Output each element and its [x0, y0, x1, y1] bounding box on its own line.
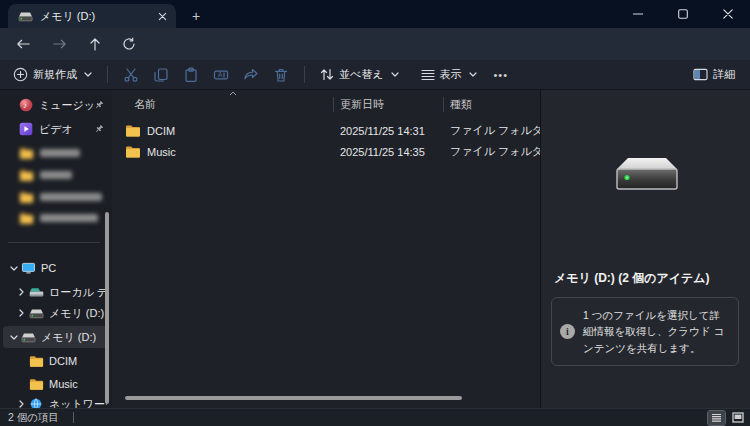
command-bar: 新規作成 A 並べ替え 表示 ••• 詳細 [0, 60, 750, 90]
pin-icon [94, 124, 104, 134]
folder-icon [18, 147, 34, 159]
details-view-icon[interactable] [708, 411, 725, 425]
sidebar-item-memory-drive-selected[interactable]: メモリ (D:) [3, 326, 107, 348]
sidebar-item-redacted[interactable] [3, 207, 107, 229]
more-options-icon[interactable]: ••• [484, 69, 519, 81]
column-headers: 名前 更新日時 種類 [112, 92, 540, 116]
redacted-label [40, 193, 102, 201]
drive-icon [20, 332, 36, 343]
horizontal-scrollbar[interactable] [125, 396, 462, 400]
title-bar: メモリ (D:) + [0, 0, 750, 28]
status-bar: 2 個の項目 [0, 408, 750, 426]
folder-icon [18, 191, 34, 203]
column-header-modified[interactable]: 更新日時 [340, 97, 384, 112]
paste-icon[interactable] [176, 63, 206, 87]
chevron-right-icon[interactable] [15, 400, 28, 408]
item-count: 2 個の項目 [8, 411, 59, 425]
cut-icon[interactable] [116, 63, 146, 87]
chevron-down-icon[interactable] [7, 266, 20, 271]
local-disk-icon [28, 286, 44, 298]
sidebar-item-label: ビデオ [39, 122, 94, 137]
sidebar-scrollbar[interactable] [105, 212, 109, 404]
sidebar-divider [8, 242, 100, 243]
sidebar-item-label: ネットワーク [49, 397, 107, 409]
new-button-label: 新規作成 [33, 67, 77, 82]
column-divider[interactable] [333, 97, 334, 112]
sidebar-item-label: PC [41, 262, 107, 274]
folder-icon [28, 378, 44, 390]
close-button[interactable] [705, 0, 750, 28]
details-title: メモリ (D:) (2 個のアイテム) [554, 270, 710, 287]
column-header-name[interactable]: 名前 [134, 97, 156, 112]
sidebar-item-local-disk[interactable]: ローカル ディスク [3, 281, 107, 303]
copy-icon[interactable] [146, 63, 176, 87]
sidebar-item-pc[interactable]: PC [3, 257, 107, 279]
folder-icon [18, 212, 34, 224]
navigation-pane: ♪ ミュージック ビデオ PC [0, 90, 112, 408]
sidebar-item-memory-drive[interactable]: メモリ (D:) [3, 302, 107, 324]
up-icon[interactable] [86, 35, 104, 53]
minimize-button[interactable] [615, 0, 660, 28]
svg-text:♪: ♪ [23, 101, 27, 110]
folder-icon [28, 355, 44, 367]
drive-icon [28, 308, 44, 319]
chevron-down-icon[interactable] [7, 335, 20, 340]
tab-title: メモリ (D:) [40, 9, 154, 24]
delete-icon[interactable] [266, 63, 296, 87]
view-button[interactable]: 表示 [414, 63, 484, 87]
info-icon: i [560, 324, 575, 339]
new-tab-button[interactable]: + [186, 6, 206, 26]
divider [304, 66, 305, 83]
sidebar-item-redacted[interactable] [3, 142, 107, 164]
details-pane-label: 詳細 [713, 67, 735, 82]
folder-icon [18, 169, 34, 181]
sidebar-item-redacted[interactable] [3, 164, 107, 186]
sidebar-item-label: ミュージック [39, 98, 94, 113]
sidebar-item-music-pinned[interactable]: ♪ ミュージック [3, 94, 107, 116]
sort-ascending-icon [229, 91, 237, 96]
back-icon[interactable] [14, 35, 32, 53]
file-type: ファイル フォルダー [450, 123, 554, 138]
details-pane-button[interactable]: 詳細 [686, 63, 742, 87]
divider [107, 66, 108, 83]
new-button[interactable]: 新規作成 [6, 63, 99, 87]
sidebar-item-videos-pinned[interactable]: ビデオ [3, 118, 107, 140]
column-divider[interactable] [443, 97, 444, 112]
status-divider [73, 412, 74, 423]
pc-icon [20, 262, 36, 275]
svg-text:A: A [218, 71, 223, 78]
maximize-button[interactable] [660, 0, 705, 28]
redacted-label [40, 149, 80, 157]
rename-icon[interactable]: A [206, 63, 236, 87]
file-type: ファイル フォルダー [450, 144, 554, 159]
chevron-right-icon[interactable] [15, 309, 28, 317]
network-icon [28, 398, 44, 408]
tab-close-icon[interactable] [154, 8, 170, 24]
drive-preview-icon [615, 156, 679, 192]
column-header-type[interactable]: 種類 [450, 97, 472, 112]
forward-icon[interactable] [50, 35, 68, 53]
file-row-dcim[interactable]: DCIM 2025/11/25 14:31 ファイル フォルダー [116, 120, 536, 141]
file-modified: 2025/11/25 14:35 [340, 146, 425, 158]
details-hint-text: 1 つのファイルを選択して詳細情報を取得し、クラウド コンテンツを共有します。 [583, 307, 730, 356]
file-name: Music [147, 146, 176, 158]
refresh-icon[interactable] [120, 35, 138, 53]
drive-icon [18, 11, 33, 22]
sort-button[interactable]: 並べ替え [313, 63, 406, 87]
sidebar-item-dcim[interactable]: DCIM [3, 350, 107, 372]
file-row-music[interactable]: Music 2025/11/25 14:35 ファイル フォルダー [116, 141, 536, 162]
details-hint-box: i 1 つのファイルを選択して詳細情報を取得し、クラウド コンテンツを共有します… [551, 297, 739, 366]
sidebar-item-label: Music [49, 378, 107, 390]
file-name: DCIM [147, 125, 175, 137]
sidebar-item-redacted[interactable] [3, 186, 107, 208]
video-icon [18, 122, 34, 136]
sidebar-item-music-folder[interactable]: Music [3, 373, 107, 395]
redacted-label [40, 214, 98, 222]
explorer-tab[interactable]: メモリ (D:) [8, 4, 176, 28]
sidebar-item-network[interactable]: ネットワーク [3, 393, 107, 408]
redacted-label [40, 171, 72, 179]
chevron-right-icon[interactable] [15, 288, 28, 296]
sidebar-item-label: DCIM [49, 355, 107, 367]
large-icons-view-icon[interactable] [729, 411, 746, 425]
share-icon[interactable] [236, 63, 266, 87]
